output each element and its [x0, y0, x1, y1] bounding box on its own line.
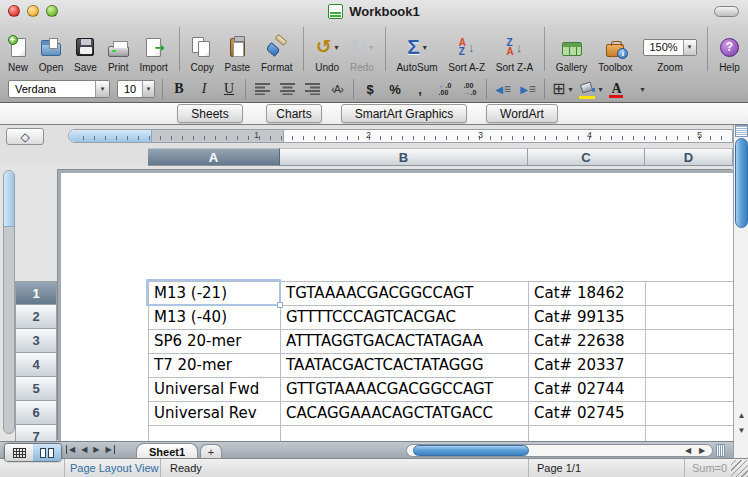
bold-button[interactable]: B	[170, 79, 188, 99]
column-header-b[interactable]: B	[280, 148, 528, 166]
cell-A2[interactable]: M13 (-40)	[149, 306, 281, 330]
copy-button[interactable]: Copy	[190, 25, 213, 73]
next-sheet-icon[interactable]: ▶	[93, 445, 99, 454]
borders-button[interactable]: ⊞▾	[552, 79, 572, 99]
cell-C4[interactable]: Cat# 20337	[529, 354, 646, 378]
vertical-scrollbar[interactable]: ▲ ▼	[733, 125, 748, 458]
scroll-up-icon[interactable]: ▲	[734, 411, 748, 420]
cell-B5[interactable]: GTTGTAAAACGACGGCCAGT	[281, 378, 529, 402]
cell-D2[interactable]	[646, 306, 733, 330]
save-button[interactable]: Save	[74, 25, 97, 73]
cell-C3[interactable]: Cat# 22638	[529, 330, 646, 354]
size-dropdown-icon[interactable]: ▾	[142, 81, 154, 97]
cell-C2[interactable]: Cat# 99135	[529, 306, 646, 330]
scroll-down-icon[interactable]: ▼	[734, 426, 748, 435]
column-header-c[interactable]: C	[528, 148, 645, 166]
align-center-button[interactable]	[278, 79, 296, 99]
horizontal-scrollbar[interactable]: ◀ ▶	[406, 444, 713, 457]
cell-C7[interactable]	[529, 426, 646, 441]
horizontal-split-handle[interactable]	[716, 444, 725, 457]
import-button[interactable]: ➜ Import	[139, 25, 167, 73]
toolbar-toggle-lozenge[interactable]	[714, 6, 739, 17]
cell-A7[interactable]	[149, 426, 281, 441]
autosum-dropdown-icon[interactable]: ▾	[423, 43, 427, 52]
column-header-d[interactable]: D	[645, 148, 733, 166]
cell-A1[interactable]: M13 (-21)	[149, 282, 281, 306]
undo-dropdown-icon[interactable]: ▾	[335, 43, 339, 52]
cell-D5[interactable]	[646, 378, 733, 402]
cell-C5[interactable]: Cat# 02744	[529, 378, 646, 402]
add-sheet-button[interactable]: +	[200, 444, 222, 459]
normal-view-button[interactable]	[5, 444, 33, 461]
cell-A5[interactable]: Universal Fwd	[149, 378, 281, 402]
increase-decimal-button[interactable]: ←.0 .00	[436, 79, 454, 99]
cell-D7[interactable]	[646, 426, 733, 441]
cell-B4[interactable]: TAATACGACTCACTATAGGG	[281, 354, 529, 378]
italic-button[interactable]: I	[195, 79, 213, 99]
cell-C1[interactable]: Cat# 18462	[529, 282, 646, 306]
first-sheet-icon[interactable]: ◀	[66, 445, 75, 454]
cell-B2[interactable]: GTTTTCCCAGTCACGAC	[281, 306, 529, 330]
font-dropdown-icon[interactable]: ▾	[95, 81, 109, 97]
align-right-button[interactable]	[303, 79, 321, 99]
help-button[interactable]: ? Help	[719, 25, 740, 73]
title-bar[interactable]: Workbook1	[0, 0, 748, 22]
percent-button[interactable]: %	[386, 79, 404, 99]
zoom-control[interactable]: 150%▾ Zoom	[643, 25, 696, 73]
font-name-select[interactable]: Verdana ▾	[8, 80, 110, 98]
currency-button[interactable]: $	[361, 79, 379, 99]
cell-D4[interactable]	[646, 354, 733, 378]
vertical-ruler-margin-segment[interactable]	[4, 171, 14, 227]
underline-button[interactable]: U	[220, 79, 238, 99]
decrease-decimal-button[interactable]: .00 →.0	[461, 79, 479, 99]
page-layout-view-button[interactable]	[33, 444, 61, 461]
sheet-tab-sheet1[interactable]: Sheet1	[136, 443, 198, 459]
tab-smartart-graphics[interactable]: SmartArt Graphics	[341, 104, 467, 123]
undo-button[interactable]: ↺▾ Undo	[315, 25, 339, 73]
tab-wordart[interactable]: WordArt	[486, 104, 558, 123]
new-button[interactable]: + New	[8, 25, 28, 73]
wrap-text-button[interactable]: ‹A›	[328, 79, 346, 99]
row-header-4[interactable]: 4	[15, 353, 57, 377]
cell-B3[interactable]: ATTTAGGTGACACTATAGAA	[281, 330, 529, 354]
scroll-right-icon[interactable]: ▶	[699, 446, 705, 455]
vertical-scroll-thumb[interactable]	[735, 138, 748, 228]
column-header-a[interactable]: A	[148, 148, 280, 166]
row-header-3[interactable]: 3	[15, 329, 57, 353]
last-sheet-icon[interactable]: ▶	[105, 445, 114, 454]
row-header-1[interactable]: 1	[15, 281, 57, 305]
zoom-dropdown-icon[interactable]: ▾	[683, 40, 696, 55]
cell-A3[interactable]: SP6 20-mer	[149, 330, 281, 354]
vertical-split-handle[interactable]	[735, 125, 748, 137]
tab-sheets[interactable]: Sheets	[177, 104, 243, 123]
cell-A6[interactable]: Universal Rev	[149, 402, 281, 426]
prev-sheet-icon[interactable]: ◀	[81, 445, 87, 454]
cell-B7[interactable]	[281, 426, 529, 441]
fill-color-button[interactable]: ▾	[579, 79, 602, 99]
sort-za-button[interactable]: ZA↓ Sort Z-A	[496, 25, 533, 73]
toolbox-button[interactable]: i Toolbox	[598, 25, 632, 73]
cell-B6[interactable]: CACAGGAAACAGCTATGACC	[281, 402, 529, 426]
open-button[interactable]: Open	[39, 25, 63, 73]
cell-C6[interactable]: Cat# 02745	[529, 402, 646, 426]
tab-charts[interactable]: Charts	[266, 104, 322, 123]
row-header-2[interactable]: 2	[15, 305, 57, 329]
row-header-5[interactable]: 5	[15, 377, 57, 401]
gallery-button[interactable]: Gallery	[556, 25, 588, 73]
cell-D1[interactable]	[646, 282, 733, 306]
scroll-left-icon[interactable]: ◀	[685, 446, 691, 455]
align-left-button[interactable]	[253, 79, 271, 99]
zoom-value[interactable]: 150%	[644, 41, 682, 53]
print-button[interactable]: Print	[108, 25, 129, 73]
row-header-6[interactable]: 6	[15, 401, 57, 425]
font-size-select[interactable]: 10 ▾	[117, 80, 155, 98]
format-button[interactable]: Format	[261, 25, 293, 73]
increase-indent-button[interactable]: ▶≡	[519, 79, 537, 99]
autosum-button[interactable]: Σ▾ AutoSum	[396, 25, 437, 73]
paste-button[interactable]: Paste	[225, 25, 251, 73]
resize-grip[interactable]	[731, 460, 748, 477]
comma-style-button[interactable]: ,	[411, 79, 429, 99]
cell-A4[interactable]: T7 20-mer	[149, 354, 281, 378]
cell-D3[interactable]	[646, 330, 733, 354]
row-header-7[interactable]: 7	[15, 425, 57, 441]
